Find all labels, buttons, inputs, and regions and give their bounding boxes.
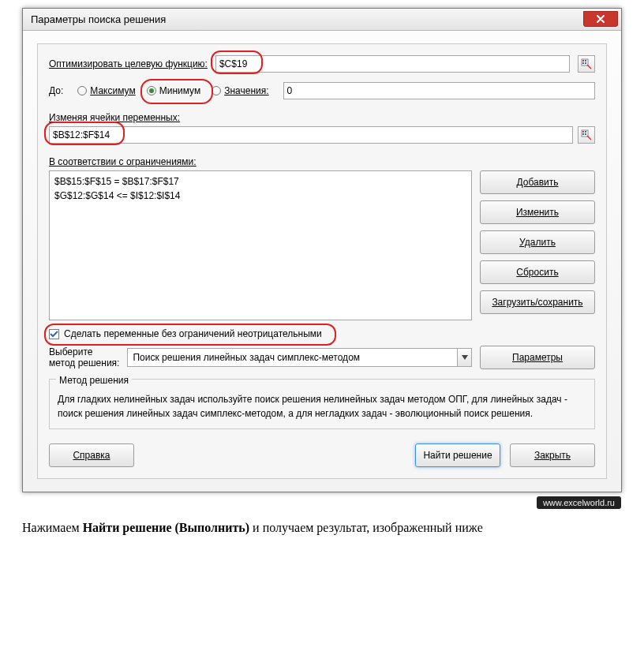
vars-input[interactable] (49, 126, 573, 144)
method-select[interactable]: Поиск решения линейных задач симплекс-ме… (127, 348, 472, 367)
radio-max-label: Максимум (90, 85, 135, 96)
method-legend: Метод решения (56, 373, 132, 387)
radio-min[interactable]: Минимум (147, 85, 201, 96)
window-title: Параметры поиска решения (31, 13, 166, 25)
nonneg-checkbox[interactable] (49, 329, 59, 339)
method-selected-text: Поиск решения линейных задач симплекс-ме… (133, 352, 360, 363)
caption-prefix: Нажимаем (22, 521, 83, 534)
svg-rect-6 (582, 131, 584, 133)
watermark: www.excelworld.ru (537, 496, 621, 509)
vars-label: Изменяя ячейки переменных: (49, 112, 180, 123)
svg-rect-7 (585, 131, 586, 133)
objective-label: Оптимизировать целевую функцию: (49, 58, 208, 69)
add-button[interactable]: Добавить (480, 170, 595, 194)
to-label: До: (49, 85, 63, 96)
svg-rect-9 (585, 133, 586, 135)
svg-rect-4 (585, 62, 586, 64)
radio-min-label: Минимум (159, 85, 201, 96)
caption-suffix: и получаем результат, изображенный ниже (249, 521, 483, 534)
loadsave-button[interactable]: Загрузить/сохранить (480, 290, 595, 314)
solver-dialog: Параметры поиска решения Оптимизировать … (22, 8, 622, 492)
help-button[interactable]: Справка (49, 443, 134, 467)
delete-button[interactable]: Удалить (480, 230, 595, 254)
nonneg-label: Сделать переменные без ограничений неотр… (64, 328, 322, 339)
close-icon (596, 15, 605, 23)
svg-rect-8 (582, 133, 584, 135)
objective-range-picker[interactable] (578, 55, 595, 73)
svg-rect-3 (582, 62, 584, 64)
constraint-line[interactable]: $G$12:$G$14 <= $I$12:$I$14 (54, 189, 466, 203)
constraints-label: В соответствии с ограничениями: (49, 156, 197, 167)
close-button[interactable]: Закрыть (510, 443, 595, 467)
value-input[interactable] (283, 82, 595, 99)
change-button[interactable]: Изменить (480, 200, 595, 224)
close-window-button[interactable] (583, 11, 618, 27)
solve-button[interactable]: Найти решение (415, 443, 500, 467)
chevron-down-icon (457, 349, 471, 366)
radio-value[interactable]: Значения: (212, 85, 268, 96)
titlebar: Параметры поиска решения (23, 9, 621, 31)
method-groupbox: Метод решения Для гладких нелинейных зад… (49, 379, 595, 429)
radio-max[interactable]: Максимум (77, 85, 135, 96)
caption-bold: Найти решение (Выполнить) (83, 521, 249, 534)
params-button[interactable]: Параметры (480, 346, 595, 369)
constraints-listbox[interactable]: $B$15:$F$15 = $B$17:$F$17 $G$12:$G$14 <=… (49, 170, 472, 320)
method-description: Для гладких нелинейных задач используйте… (58, 392, 586, 421)
method-label-1: Выберите (49, 346, 119, 357)
radio-value-label: Значения: (224, 85, 268, 96)
vars-range-picker[interactable] (578, 126, 595, 144)
method-label-2: метод решения: (49, 357, 119, 369)
constraint-line[interactable]: $B$15:$F$15 = $B$17:$F$17 (54, 174, 466, 189)
svg-rect-2 (585, 60, 586, 62)
reset-button[interactable]: Сбросить (480, 260, 595, 284)
objective-input[interactable] (215, 55, 570, 73)
range-picker-icon (581, 129, 592, 140)
svg-rect-1 (582, 60, 584, 62)
check-icon (50, 330, 58, 339)
range-picker-icon (581, 58, 592, 69)
caption: Нажимаем Найти решение (Выполнить) и пол… (22, 521, 622, 535)
